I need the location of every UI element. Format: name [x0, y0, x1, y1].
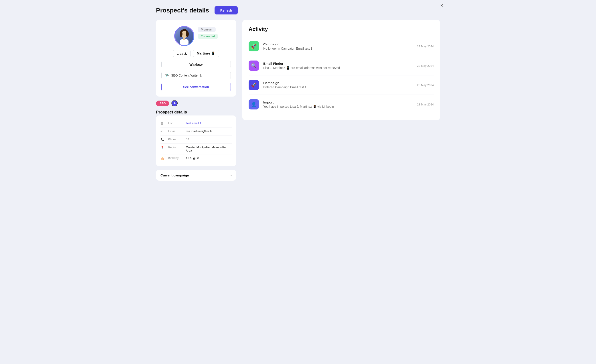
job-emoji: 🛸	[165, 74, 169, 77]
profile-top: Premium Connected	[161, 26, 231, 46]
email-value: lisa.martinez@live.fr	[186, 129, 212, 133]
activity-type: Import	[263, 100, 413, 104]
svg-point-3	[180, 31, 182, 37]
activity-desc: Lisa J. Martinez 📱 pro email address was…	[263, 66, 413, 70]
section-title: Prospect details	[156, 110, 236, 115]
seo-tag: SEO	[156, 101, 169, 106]
add-tag-button[interactable]: +	[171, 100, 178, 106]
birthday-label: Birthday	[168, 156, 183, 160]
svg-point-4	[186, 31, 189, 37]
phone-value: 06	[186, 138, 189, 141]
activity-title: Activity	[249, 26, 434, 32]
activity-main: Email Finder Lisa J. Martinez 📱 pro emai…	[263, 62, 413, 70]
activity-item: 👤 Import You have imported Lisa J. Marti…	[249, 95, 434, 114]
activity-type: Campaign	[263, 81, 413, 85]
last-name-box: Martinez 📱	[193, 50, 219, 57]
activity-list: 🚀 Campaign No longer in Campaign Email t…	[249, 37, 434, 114]
refresh-button[interactable]: Refresh	[215, 6, 238, 15]
avatar	[174, 26, 194, 46]
activity-type: Email Finder	[263, 62, 413, 65]
activity-date: 28 May 2024	[417, 83, 434, 87]
activity-icon: 👤	[249, 99, 259, 110]
region-label: Region	[168, 146, 183, 149]
region-value: Greater Montpellier Metropolitan Area	[186, 146, 232, 152]
detail-row-birthday: 🎂 Birthday 16 August	[160, 154, 232, 162]
main-layout: Premium Connected Lisa J. Martinez 📱 Waa…	[156, 20, 440, 181]
campaign-card: Current campaign -	[156, 170, 236, 181]
close-button[interactable]: ×	[440, 3, 443, 8]
job-box: 🛸 SEO Content Writer &	[161, 72, 231, 79]
birthday-value: 16 August	[186, 156, 199, 160]
svg-rect-6	[183, 37, 185, 40]
page-title: Prospect's details	[156, 7, 209, 14]
campaign-label: Current campaign	[160, 173, 189, 177]
activity-date: 28 May 2024	[417, 103, 434, 106]
job-title: SEO Content Writer &	[171, 74, 202, 77]
connected-badge: Connected	[198, 34, 218, 39]
campaign-value: -	[231, 173, 232, 177]
activity-item: 🚀 Campaign Entered Campaign Email test 1…	[249, 75, 434, 95]
activity-main: Campaign Entered Campaign Email test 1	[263, 81, 413, 89]
activity-icon: 🚀	[249, 80, 259, 90]
activity-icon: 🔍	[249, 60, 259, 71]
activity-type: Campaign	[263, 42, 413, 46]
detail-row-email: ✉ Email lisa.martinez@live.fr	[160, 127, 232, 135]
email-icon: ✉	[160, 130, 165, 133]
phone-label: Phone	[168, 138, 183, 141]
list-value[interactable]: Test email 1	[186, 121, 201, 125]
phone-icon: 📞	[160, 138, 165, 141]
list-icon: ☰	[160, 122, 165, 125]
premium-badge: Premium	[198, 27, 216, 32]
activity-panel: Activity 🚀 Campaign No longer in Campaig…	[242, 20, 440, 120]
activity-desc: Entered Campaign Email test 1	[263, 85, 413, 89]
region-icon: 📍	[160, 146, 165, 149]
activity-desc: You have imported Lisa J. Martinez 📱 via…	[263, 105, 413, 108]
company-box: Waalaxy	[161, 61, 231, 68]
name-row: Lisa J. Martinez 📱	[173, 50, 219, 57]
avatar-inner	[175, 27, 194, 45]
birthday-icon: 🎂	[160, 157, 165, 160]
email-label: Email	[168, 129, 183, 133]
prospect-details-section: Prospect details ☰ List Test email 1 ✉ E…	[156, 110, 236, 166]
modal-container: × Prospect's details Refresh	[149, 0, 447, 188]
see-conversation-button[interactable]: See conversation	[161, 83, 231, 91]
detail-row-region: 📍 Region Greater Montpellier Metropolita…	[160, 143, 232, 154]
activity-item: 🚀 Campaign No longer in Campaign Email t…	[249, 37, 434, 56]
activity-icon: 🚀	[249, 41, 259, 52]
activity-main: Campaign No longer in Campaign Email tes…	[263, 42, 413, 50]
activity-item: 🔍 Email Finder Lisa J. Martinez 📱 pro em…	[249, 56, 434, 75]
profile-card: Premium Connected Lisa J. Martinez 📱 Waa…	[156, 20, 236, 97]
tags-row: SEO +	[156, 100, 236, 106]
detail-row-list: ☰ List Test email 1	[160, 119, 232, 127]
badges: Premium Connected	[198, 26, 218, 39]
left-panel: Premium Connected Lisa J. Martinez 📱 Waa…	[156, 20, 236, 181]
detail-row-phone: 📞 Phone 06	[160, 135, 232, 143]
details-card: ☰ List Test email 1 ✉ Email lisa.martine…	[156, 115, 236, 166]
header-row: Prospect's details Refresh	[156, 6, 440, 15]
avatar-svg	[175, 27, 194, 45]
activity-main: Import You have imported Lisa J. Martine…	[263, 100, 413, 108]
list-label: List	[168, 121, 183, 125]
first-name-box: Lisa J.	[173, 50, 191, 57]
activity-desc: No longer in Campaign Email test 1	[263, 47, 413, 50]
activity-date: 28 May 2024	[417, 45, 434, 48]
activity-date: 28 May 2024	[417, 64, 434, 67]
